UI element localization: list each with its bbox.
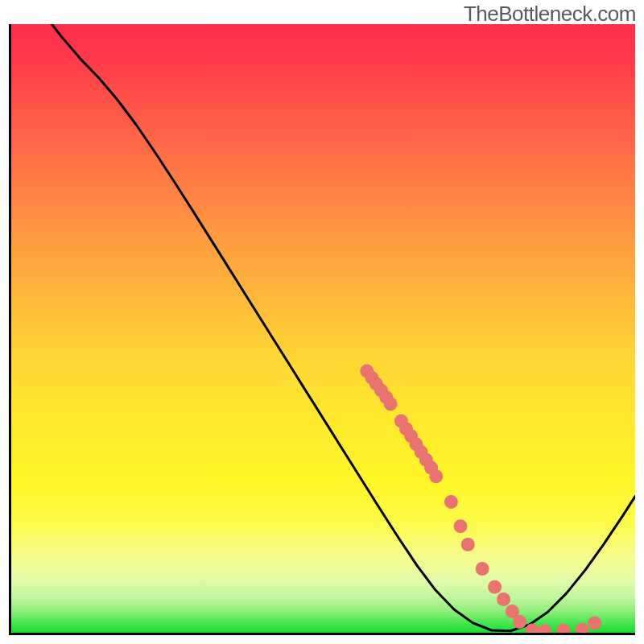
data-point bbox=[454, 519, 468, 533]
plot-frame bbox=[9, 24, 635, 635]
data-point bbox=[538, 624, 551, 633]
data-point bbox=[556, 623, 570, 633]
bottleneck-curve bbox=[43, 24, 635, 631]
data-point bbox=[588, 616, 601, 630]
data-point bbox=[488, 580, 502, 594]
data-point bbox=[497, 592, 510, 606]
chart-container: TheBottleneck.com bbox=[0, 0, 644, 644]
data-point bbox=[513, 615, 526, 629]
data-point bbox=[429, 469, 443, 483]
chart-svg bbox=[11, 24, 635, 633]
data-point bbox=[384, 397, 398, 411]
data-point bbox=[576, 623, 589, 633]
data-point bbox=[444, 495, 458, 509]
data-point bbox=[476, 562, 489, 576]
watermark-label: TheBottleneck.com bbox=[464, 2, 636, 27]
data-point bbox=[461, 538, 475, 551]
